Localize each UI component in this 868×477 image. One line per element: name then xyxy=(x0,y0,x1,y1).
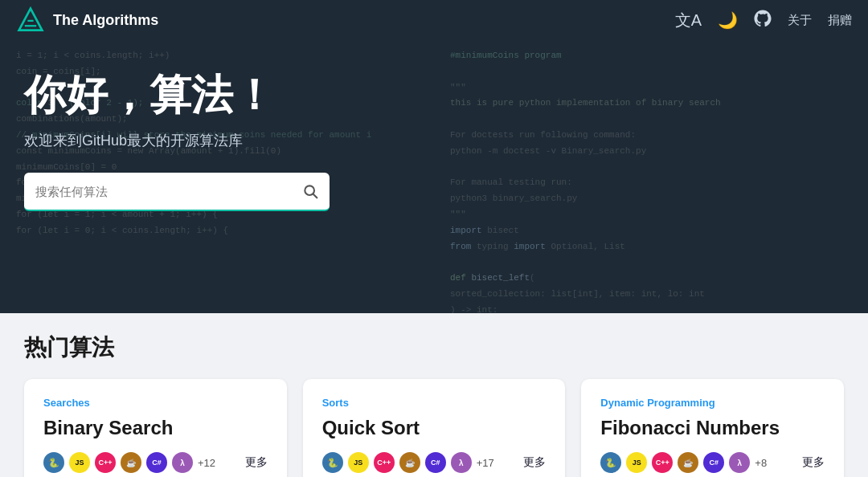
lang-js: JS xyxy=(348,452,369,473)
about-link[interactable]: 关于 xyxy=(788,13,812,28)
card-footer-1: 🐍 JS C++ ☕ C# λ +17 更多 xyxy=(322,452,547,473)
search-input[interactable] xyxy=(35,185,302,198)
lang-java: ☕ xyxy=(678,452,698,473)
lang-python: 🐍 xyxy=(600,452,621,473)
card-category-0: Searches xyxy=(43,397,268,409)
lang-python: 🐍 xyxy=(322,452,343,473)
badge-more-0: +12 xyxy=(198,457,215,469)
card-category-1: Sorts xyxy=(322,397,547,409)
lang-haskell: λ xyxy=(729,452,750,473)
lang-java: ☕ xyxy=(121,452,141,473)
card-fibonacci: Dynamic Programming Fibonacci Numbers 🐍 … xyxy=(581,379,844,477)
navbar: The Algorithms 文A 🌙 关于 捐赠 xyxy=(0,0,868,40)
logo-icon xyxy=(16,6,45,35)
card-binary-search: Searches Binary Search 🐍 JS C++ ☕ C# λ +… xyxy=(24,379,287,477)
lang-cpp: C++ xyxy=(95,452,116,473)
svg-line-4 xyxy=(313,194,317,198)
lang-haskell: λ xyxy=(451,452,472,473)
code-bg-right: #minimumCoins program """ this is pure p… xyxy=(434,40,868,313)
donate-link[interactable]: 捐赠 xyxy=(828,13,852,28)
card-footer-0: 🐍 JS C++ ☕ C# λ +12 更多 xyxy=(43,452,268,473)
theme-icon[interactable]: 🌙 xyxy=(718,10,738,30)
hero-title: 你好，算法！ xyxy=(24,72,330,118)
more-link-1[interactable]: 更多 xyxy=(523,455,546,470)
lang-cpp: C++ xyxy=(652,452,673,473)
hero-section: i = 1; i < coins.length; i++) coin = coi… xyxy=(0,40,868,313)
lang-cs: C# xyxy=(146,452,167,473)
navbar-left: The Algorithms xyxy=(16,6,158,35)
main-content: 热门算法 Searches Binary Search 🐍 JS C++ ☕ C… xyxy=(0,313,868,477)
lang-icons-2: 🐍 JS C++ ☕ C# λ +8 xyxy=(600,452,767,473)
lang-icons-1: 🐍 JS C++ ☕ C# λ +17 xyxy=(322,452,494,473)
card-title-2: Fibonacci Numbers xyxy=(600,417,825,439)
github-icon[interactable] xyxy=(754,10,772,31)
hero-subtitle: 欢迎来到GitHub最大的开源算法库 xyxy=(24,131,330,150)
lang-js: JS xyxy=(626,452,647,473)
lang-js: JS xyxy=(69,452,90,473)
more-link-0[interactable]: 更多 xyxy=(245,455,268,470)
lang-cs: C# xyxy=(703,452,724,473)
search-box xyxy=(24,173,330,211)
section-title: 热门算法 xyxy=(24,332,844,363)
hero-content: 你好，算法！ 欢迎来到GitHub最大的开源算法库 xyxy=(24,72,330,211)
translate-icon[interactable]: 文A xyxy=(675,10,702,31)
card-title-1: Quick Sort xyxy=(322,417,547,439)
more-link-2[interactable]: 更多 xyxy=(802,455,825,470)
cards-row: Searches Binary Search 🐍 JS C++ ☕ C# λ +… xyxy=(24,379,844,477)
card-title-0: Binary Search xyxy=(43,417,268,439)
site-title: The Algorithms xyxy=(53,12,158,29)
lang-haskell: λ xyxy=(172,452,193,473)
lang-python: 🐍 xyxy=(43,452,64,473)
navbar-right: 文A 🌙 关于 捐赠 xyxy=(675,10,852,31)
badge-more-1: +17 xyxy=(477,457,494,469)
card-footer-2: 🐍 JS C++ ☕ C# λ +8 更多 xyxy=(600,452,825,473)
lang-java: ☕ xyxy=(399,452,420,473)
badge-more-2: +8 xyxy=(755,457,767,469)
card-quick-sort: Sorts Quick Sort 🐍 JS C++ ☕ C# λ +17 更多 xyxy=(303,379,566,477)
svg-marker-0 xyxy=(19,9,43,31)
card-category-2: Dynamic Programming xyxy=(600,397,825,409)
lang-icons-0: 🐍 JS C++ ☕ C# λ +12 xyxy=(43,452,215,473)
lang-cs: C# xyxy=(425,452,446,473)
search-button[interactable] xyxy=(302,183,318,199)
lang-cpp: C++ xyxy=(374,452,395,473)
